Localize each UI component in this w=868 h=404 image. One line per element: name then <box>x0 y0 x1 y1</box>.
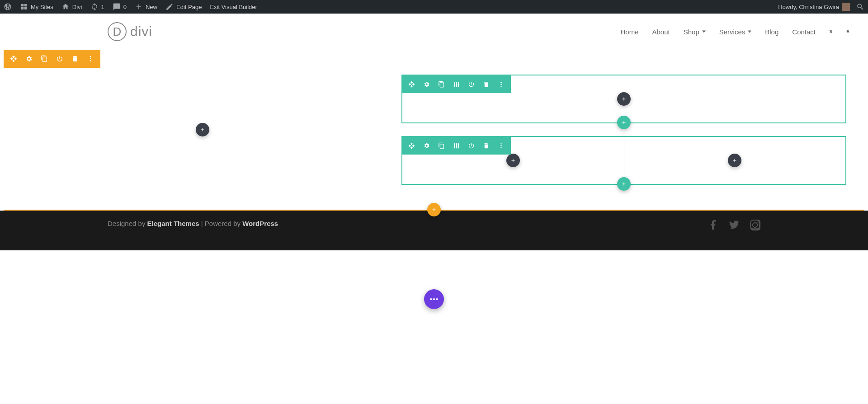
avatar <box>842 3 850 11</box>
svg-point-12 <box>433 298 435 300</box>
columns-icon[interactable] <box>453 81 460 88</box>
add-module-button[interactable] <box>728 154 741 167</box>
row-toolbar <box>402 75 511 93</box>
move-icon[interactable] <box>408 81 415 88</box>
add-section-button[interactable] <box>427 203 441 216</box>
more-icon[interactable] <box>498 142 505 149</box>
svg-point-3 <box>90 58 91 60</box>
chevron-down-icon <box>748 30 751 33</box>
add-module-button[interactable] <box>617 92 631 106</box>
power-icon[interactable] <box>468 81 475 88</box>
instagram-icon[interactable] <box>750 220 760 230</box>
duplicate-icon[interactable] <box>41 55 48 62</box>
trash-icon[interactable] <box>483 81 490 88</box>
logo-icon: D <box>108 22 127 41</box>
columns-icon[interactable] <box>453 142 460 149</box>
more-icon[interactable] <box>87 55 94 62</box>
section-column-right <box>401 75 846 185</box>
builder-row[interactable] <box>401 136 846 185</box>
builder-menu-button[interactable] <box>424 289 444 309</box>
svg-point-6 <box>500 84 502 85</box>
svg-point-11 <box>430 298 432 300</box>
row-toolbar <box>402 136 511 155</box>
admin-search-icon[interactable] <box>856 3 864 11</box>
section-column-left[interactable] <box>22 75 383 185</box>
nav-home[interactable]: Home <box>620 28 638 36</box>
move-icon[interactable] <box>10 55 17 62</box>
nav-services[interactable]: Services <box>719 28 752 36</box>
builder-section[interactable] <box>4 50 864 211</box>
gear-icon[interactable] <box>423 142 430 149</box>
exit-builder-link[interactable]: Exit Visual Builder <box>210 4 257 10</box>
duplicate-icon[interactable] <box>438 142 445 149</box>
svg-point-0 <box>847 30 849 33</box>
footer-social <box>708 220 760 230</box>
add-module-button[interactable] <box>196 123 209 136</box>
search-icon[interactable] <box>846 30 850 33</box>
power-icon[interactable] <box>56 55 63 62</box>
edit-page-link[interactable]: Edit Page <box>165 3 202 11</box>
site-link[interactable]: Divi <box>61 3 82 11</box>
nav-contact[interactable]: Contact <box>792 28 816 36</box>
facebook-icon[interactable] <box>708 220 719 230</box>
add-row-button[interactable] <box>617 116 631 129</box>
trash-icon[interactable] <box>483 142 490 149</box>
svg-point-10 <box>500 147 502 148</box>
twitter-icon[interactable] <box>729 220 740 230</box>
svg-point-13 <box>436 298 438 300</box>
power-icon[interactable] <box>468 142 475 149</box>
footer-credits: Designed by Elegant Themes | Powered by … <box>108 220 278 227</box>
svg-point-4 <box>90 60 91 61</box>
add-row-button[interactable] <box>617 177 631 191</box>
builder-row[interactable] <box>401 75 846 123</box>
greeting-link[interactable]: Howdy, Christina Gwira <box>778 3 850 11</box>
more-icon[interactable] <box>498 81 505 88</box>
nav-about[interactable]: About <box>652 28 670 36</box>
wp-logo-icon[interactable] <box>4 3 12 11</box>
new-link[interactable]: New <box>135 3 157 11</box>
row-column[interactable] <box>624 137 845 184</box>
svg-point-5 <box>500 81 502 83</box>
comments-link[interactable]: 0 <box>113 3 127 11</box>
svg-point-9 <box>500 145 502 146</box>
updates-link[interactable]: 1 <box>90 3 104 11</box>
main-nav: Home About Shop Services Blog Contact <box>620 28 850 36</box>
nav-shop[interactable]: Shop <box>684 28 706 36</box>
site-footer: Designed by Elegant Themes | Powered by … <box>0 211 868 250</box>
gear-icon[interactable] <box>25 55 33 62</box>
svg-point-7 <box>500 85 502 87</box>
site-header: D divi Home About Shop Services Blog Con… <box>0 14 868 50</box>
trash-icon[interactable] <box>71 55 79 62</box>
site-logo[interactable]: D divi <box>108 22 152 41</box>
svg-line-1 <box>849 32 849 33</box>
svg-point-2 <box>90 56 91 57</box>
nav-blog[interactable]: Blog <box>765 28 778 36</box>
wordpress-link[interactable]: WordPress <box>242 220 278 227</box>
chevron-down-icon <box>702 30 706 33</box>
add-module-button[interactable] <box>506 154 520 167</box>
move-icon[interactable] <box>408 142 415 149</box>
elegant-themes-link[interactable]: Elegant Themes <box>147 220 199 227</box>
my-sites-link[interactable]: My Sites <box>20 3 53 11</box>
duplicate-icon[interactable] <box>438 81 445 88</box>
section-toolbar <box>4 50 100 68</box>
wp-admin-bar: My Sites Divi 1 0 New Edit Page Exit Vis… <box>0 0 868 14</box>
cart-icon[interactable] <box>829 30 833 33</box>
svg-point-8 <box>500 143 502 144</box>
gear-icon[interactable] <box>423 81 430 88</box>
